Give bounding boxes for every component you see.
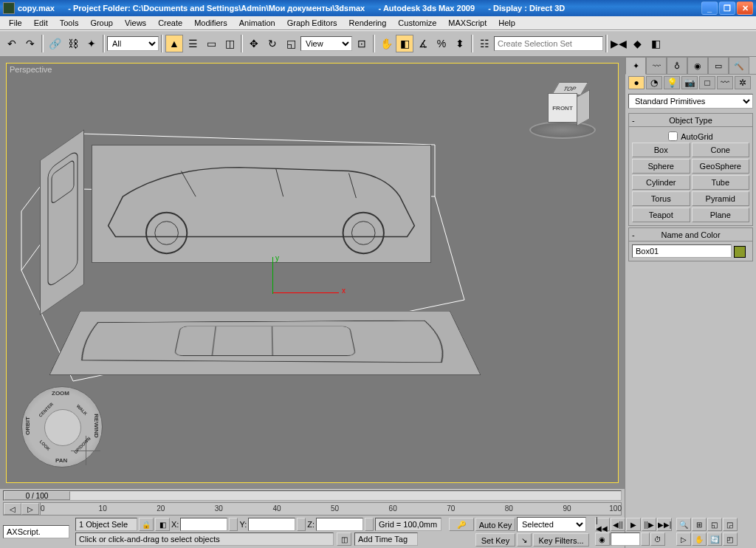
category-dropdown[interactable]: Standard Primitives [628, 94, 753, 109]
fov-button[interactable]: ▷ [676, 532, 691, 546]
name-color-rollout-header[interactable]: - Name and Color [629, 228, 752, 242]
layer-manager-button[interactable]: ◧ [647, 35, 664, 52]
spacewarps-subtab[interactable]: 〰 [717, 76, 733, 89]
shapes-subtab[interactable]: ◔ [646, 76, 662, 89]
menu-help[interactable]: Help [492, 17, 521, 29]
menu-views[interactable]: Views [119, 17, 152, 29]
create-tab[interactable]: ✦ [625, 57, 646, 75]
sphere-button[interactable]: Sphere [632, 159, 690, 174]
time-config-button[interactable]: ⏱ [650, 532, 665, 546]
menu-tools[interactable]: Tools [54, 17, 85, 29]
select-region-button[interactable]: ▭ [202, 35, 220, 52]
axscript-listener[interactable] [3, 525, 69, 538]
navwheel-pan[interactable]: PAN [55, 457, 67, 464]
lights-subtab[interactable]: 💡 [664, 76, 680, 89]
geometry-subtab[interactable]: ● [628, 76, 645, 89]
zoom-extents-all-button[interactable]: ◲ [723, 518, 738, 531]
time-slider[interactable]: 0 / 100 [3, 490, 622, 501]
menu-maxscript[interactable]: MAXScript [442, 17, 492, 29]
unlink-button[interactable]: ⛓ [64, 35, 82, 52]
snap-toggle-button[interactable]: ◧ [396, 35, 413, 52]
menu-graph-editors[interactable]: Graph Editors [281, 17, 343, 29]
object-color-swatch[interactable] [734, 246, 746, 258]
isolated-selection-button[interactable]: ◫ [337, 532, 351, 546]
y-coord-input[interactable] [248, 518, 295, 531]
menu-rendering[interactable]: Rendering [343, 17, 393, 29]
systems-subtab[interactable]: ✲ [735, 76, 751, 89]
menu-file[interactable]: File [3, 17, 28, 29]
window-crossing-button[interactable]: ◫ [221, 35, 238, 52]
menu-group[interactable]: Group [84, 17, 119, 29]
prev-frame-button[interactable]: ◀|| [611, 518, 625, 531]
maximize-button[interactable]: ❐ [719, 1, 735, 15]
menu-modifiers[interactable]: Modifiers [188, 17, 233, 29]
plane-button[interactable]: Plane [692, 208, 750, 222]
modify-tab[interactable]: 〰 [646, 57, 667, 75]
tube-button[interactable]: Tube [692, 175, 750, 190]
navwheel-orbit[interactable]: ORBIT [24, 417, 31, 435]
navwheel-look[interactable]: LOOK [38, 439, 51, 452]
teapot-button[interactable]: Teapot [632, 208, 690, 222]
motion-tab[interactable]: ◉ [687, 57, 708, 75]
pan-view-button[interactable]: ✋ [692, 532, 707, 546]
frame-spinner[interactable] [641, 532, 650, 546]
autogrid-checkbox[interactable] [668, 131, 678, 141]
manipulate-button[interactable]: ✋ [377, 35, 395, 52]
edit-named-selections-button[interactable]: ☷ [475, 35, 493, 52]
time-slider-thumb[interactable]: 0 / 100 [4, 491, 70, 500]
add-time-tag[interactable]: Add Time Tag [354, 532, 418, 546]
play-button[interactable]: ▶ [626, 518, 641, 531]
spinner-snap-button[interactable]: ⬍ [451, 35, 469, 52]
move-button[interactable]: ✥ [245, 35, 263, 52]
absolute-relative-button[interactable]: ◧ [155, 518, 170, 531]
menu-customize[interactable]: Customize [392, 17, 442, 29]
time-ruler[interactable]: ◁ ▷ 0 10 20 30 40 50 60 70 80 90 100 [3, 502, 622, 516]
viewcube-front-face[interactable]: FRONT [548, 93, 577, 123]
select-by-name-button[interactable]: ☰ [184, 35, 202, 52]
auto-key-button[interactable]: Auto Key [475, 518, 515, 531]
orbit-view-button[interactable]: 🔄 [707, 532, 722, 546]
zoom-button[interactable]: 🔍 [676, 518, 691, 531]
cone-button[interactable]: Cone [692, 143, 750, 157]
undo-button[interactable]: ↶ [3, 35, 21, 52]
torus-button[interactable]: Torus [632, 191, 690, 206]
x-coord-input[interactable] [180, 518, 227, 531]
goto-end-button[interactable]: ▶▶| [657, 518, 672, 531]
x-spinner[interactable] [229, 518, 238, 531]
key-mode-toggle[interactable]: ◉ [595, 532, 610, 546]
percent-snap-button[interactable]: % [433, 35, 450, 52]
reference-coord-dropdown[interactable]: View [300, 36, 352, 51]
object-type-rollout-header[interactable]: - Object Type [629, 114, 752, 127]
set-key-icon-button[interactable]: 🔑 [449, 518, 474, 531]
key-mode-dropdown[interactable]: Selected [517, 517, 586, 532]
angle-snap-button[interactable]: ∡ [414, 35, 432, 52]
close-button[interactable]: ✕ [737, 1, 753, 15]
select-button[interactable]: ▲ [165, 35, 183, 52]
key-filters-button[interactable]: Key Filters... [533, 533, 589, 547]
utilities-tab[interactable]: 🔨 [729, 57, 749, 75]
pivot-center-button[interactable]: ⊡ [353, 35, 371, 52]
link-button[interactable]: 🔗 [46, 35, 63, 52]
z-coord-input[interactable] [316, 518, 363, 531]
bind-spacewarp-button[interactable]: ✦ [83, 35, 100, 52]
next-frame-button[interactable]: ||▶ [642, 518, 656, 531]
y-spinner[interactable] [297, 518, 306, 531]
viewcube[interactable]: TOP FRONT [522, 78, 603, 145]
zoom-extents-button[interactable]: ◱ [707, 518, 722, 531]
viewcube-side-face[interactable] [577, 89, 590, 126]
trackbar-right-button[interactable]: ▷ [21, 503, 39, 515]
viewcube-compass[interactable] [529, 121, 596, 139]
navigation-wheel[interactable]: ZOOM ORBIT PAN REWIND CENTER WALK LOOK U… [21, 386, 103, 467]
cameras-subtab[interactable]: 📷 [681, 76, 698, 89]
mirror-button[interactable]: ▶◀ [610, 35, 628, 52]
scale-button[interactable]: ◱ [282, 35, 300, 52]
maximize-viewport-button[interactable]: ◰ [723, 532, 738, 546]
redo-button[interactable]: ↷ [21, 35, 39, 52]
key-mode-button[interactable]: ↘ [517, 533, 532, 547]
perspective-viewport[interactable]: Perspective [6, 63, 619, 483]
pyramid-button[interactable]: Pyramid [692, 191, 750, 206]
menu-animation[interactable]: Animation [233, 17, 281, 29]
minimize-button[interactable]: _ [701, 1, 718, 15]
hierarchy-tab[interactable]: ♁ [667, 57, 687, 75]
navwheel-rewind[interactable]: REWIND [92, 414, 99, 437]
